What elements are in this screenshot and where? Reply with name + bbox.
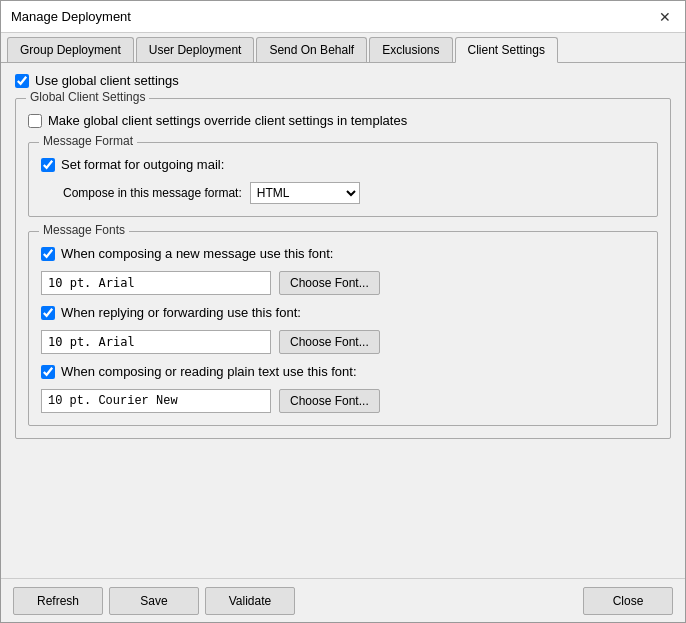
override-label: Make global client settings override cli…: [48, 113, 407, 128]
global-client-settings-group: Global Client Settings Make global clien…: [15, 98, 671, 439]
compose-format-row: Compose in this message format: HTML Pla…: [63, 182, 645, 204]
message-format-group-title: Message Format: [39, 134, 137, 148]
tab-exclusions[interactable]: Exclusions: [369, 37, 452, 62]
font2-checkbox[interactable]: [41, 306, 55, 320]
font2-input-row: Choose Font...: [41, 330, 645, 354]
font1-checkbox-row: When composing a new message use this fo…: [41, 246, 645, 261]
compose-format-label: Compose in this message format:: [63, 186, 242, 200]
title-bar: Manage Deployment ✕: [1, 1, 685, 33]
use-global-label: Use global client settings: [35, 73, 179, 88]
save-button[interactable]: Save: [109, 587, 199, 615]
font1-checkbox[interactable]: [41, 247, 55, 261]
validate-button[interactable]: Validate: [205, 587, 295, 615]
font3-input[interactable]: [41, 389, 271, 413]
content-area: Use global client settings Global Client…: [1, 63, 685, 578]
global-client-settings-group-title: Global Client Settings: [26, 90, 149, 104]
font2-checkbox-row: When replying or forwarding use this fon…: [41, 305, 645, 320]
use-global-checkbox[interactable]: [15, 74, 29, 88]
font3-input-row: Choose Font...: [41, 389, 645, 413]
message-fonts-content: When composing a new message use this fo…: [41, 246, 645, 413]
window-close-button[interactable]: ✕: [655, 7, 675, 27]
tab-send-on-behalf[interactable]: Send On Behalf: [256, 37, 367, 62]
font1-choose-button[interactable]: Choose Font...: [279, 271, 380, 295]
refresh-button[interactable]: Refresh: [13, 587, 103, 615]
window-title: Manage Deployment: [11, 9, 131, 24]
tab-bar: Group Deployment User Deployment Send On…: [1, 33, 685, 63]
set-format-row: Set format for outgoing mail:: [41, 157, 645, 172]
global-client-settings-content: Make global client settings override cli…: [28, 113, 658, 426]
tab-client-settings[interactable]: Client Settings: [455, 37, 558, 63]
font2-label: When replying or forwarding use this fon…: [61, 305, 301, 320]
font1-input[interactable]: [41, 271, 271, 295]
message-fonts-group: Message Fonts When composing a new messa…: [28, 231, 658, 426]
use-global-row: Use global client settings: [15, 73, 671, 88]
font1-input-row: Choose Font...: [41, 271, 645, 295]
font2-choose-button[interactable]: Choose Font...: [279, 330, 380, 354]
message-format-group: Message Format Set format for outgoing m…: [28, 142, 658, 217]
tab-user-deployment[interactable]: User Deployment: [136, 37, 255, 62]
font1-label: When composing a new message use this fo…: [61, 246, 333, 261]
tab-group-deployment[interactable]: Group Deployment: [7, 37, 134, 62]
format-select[interactable]: HTML Plain Text Outlook Default: [250, 182, 360, 204]
font3-choose-button[interactable]: Choose Font...: [279, 389, 380, 413]
font3-label: When composing or reading plain text use…: [61, 364, 357, 379]
override-row: Make global client settings override cli…: [28, 113, 658, 128]
font2-input[interactable]: [41, 330, 271, 354]
override-checkbox[interactable]: [28, 114, 42, 128]
message-fonts-group-title: Message Fonts: [39, 223, 129, 237]
set-format-label: Set format for outgoing mail:: [61, 157, 224, 172]
manage-deployment-window: Manage Deployment ✕ Group Deployment Use…: [0, 0, 686, 623]
bottom-bar: Refresh Save Validate Close: [1, 578, 685, 622]
message-format-content: Set format for outgoing mail: Compose in…: [41, 157, 645, 204]
font3-checkbox[interactable]: [41, 365, 55, 379]
close-button[interactable]: Close: [583, 587, 673, 615]
set-format-checkbox[interactable]: [41, 158, 55, 172]
font3-checkbox-row: When composing or reading plain text use…: [41, 364, 645, 379]
